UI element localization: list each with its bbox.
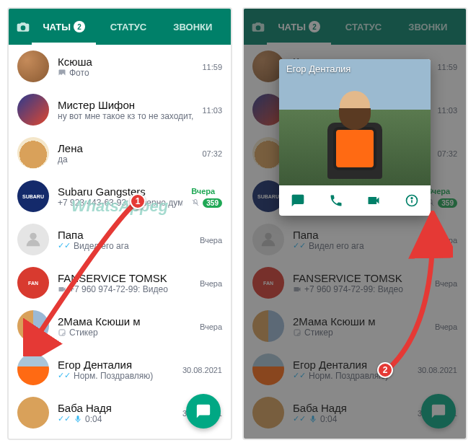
tab-status-label: СТАТУС [110,22,146,32]
chat-row[interactable]: FANFANSERVICE TOMSK+7 960 974-72-99: Вид… [9,261,231,304]
chat-preview: ✓✓Норм. Поздравляю) [58,371,174,381]
chat-preview: ✓✓0:04 [58,414,174,424]
chat-preview: +7 923 443-63-93: Наверно дума… [58,198,182,208]
new-chat-fab[interactable] [186,394,221,429]
profile-name: Егор Денталия [286,63,351,74]
tab-calls-label: ЗВОНКИ [173,22,212,32]
camera-icon[interactable] [14,18,32,35]
avatar[interactable]: FAN [17,267,49,299]
chat-row[interactable]: КсюшаФото11:59 [9,45,231,88]
chat-preview: Стикер [58,328,191,338]
chats-unread-badge: 2 [74,21,85,32]
action-info[interactable] [393,185,431,216]
profile-preview-card: Егор Денталия [279,59,431,216]
chat-list[interactable]: КсюшаФото11:59Мистер Шифонну вот мне так… [9,45,231,439]
chat-row[interactable]: SUBARUSubaru Gangsters+7 923 443-63-93: … [9,175,231,218]
app-header: ЧАТЫ 2 СТАТУС ЗВОНКИ [9,9,231,45]
tab-bar: ЧАТЫ 2 СТАТУС ЗВОНКИ [32,9,225,45]
avatar[interactable] [17,397,49,429]
chat-time: 30.08.2021 [182,366,222,374]
avatar[interactable] [17,94,49,126]
chat-preview: ✓✓Видел его ага [58,241,191,251]
chat-time: 11:59 [202,63,222,71]
chat-name: FANSERVICE TOMSK [58,272,191,284]
avatar[interactable] [17,224,49,255]
avatar[interactable] [17,137,49,169]
avatar[interactable]: SUBARU [17,180,49,212]
muted-icon [191,198,200,207]
svg-point-6 [411,198,413,199]
phone-screenshot-right: ЧАТЫ 2 СТАТУС ЗВОНКИ КсюшаФото11:59Мисте… [242,7,467,440]
annotation-badge-1: 1 [130,193,146,209]
avatar[interactable] [17,353,49,385]
annotation-badge-2: 2 [377,362,393,378]
chat-time: 07:32 [202,149,222,158]
profile-actions [279,185,431,216]
profile-preview-overlay[interactable]: Егор Денталия [244,9,466,439]
chat-time: 11:03 [202,106,222,115]
chat-name: Егор Денталия [58,359,174,371]
chat-name: Баба Надя [58,402,174,414]
chat-row[interactable]: Ленада07:32 [9,131,231,175]
chat-time: Вчера [191,187,215,196]
tab-calls[interactable]: ЗВОНКИ [161,9,225,45]
unread-badge: 359 [203,198,222,208]
svg-point-0 [30,233,36,240]
chat-name: Папа [58,229,191,241]
action-video-call[interactable] [355,185,393,216]
avatar[interactable] [17,50,49,82]
chat-row[interactable]: Мистер Шифонну вот мне такое кз то не за… [9,88,231,131]
chat-preview: ну вот мне такое кз то не заходит, мне… [58,111,193,121]
phone-screenshot-left: ЧАТЫ 2 СТАТУС ЗВОНКИ КсюшаФото11:59Мисте… [7,7,232,440]
chat-name: 2Мама Ксюши м [58,315,191,328]
chat-name: Ксюша [58,56,193,68]
chat-preview: +7 960 974-72-99: Видео [58,284,191,294]
chat-preview: да [58,154,193,164]
chat-name: Лена [58,142,193,154]
chat-row[interactable]: Папа✓✓Видел его агаВчера [9,218,231,261]
tab-chats[interactable]: ЧАТЫ 2 [32,9,96,45]
action-message[interactable] [279,185,317,216]
profile-photo[interactable]: Егор Денталия [279,59,431,185]
chat-time: Вчера [200,322,222,331]
avatar[interactable] [17,310,49,342]
chat-preview: Фото [58,68,193,78]
chat-time: Вчера [200,236,222,245]
tab-status[interactable]: СТАТУС [96,9,160,45]
person-in-photo [319,88,391,185]
action-voice-call[interactable] [317,185,356,216]
chat-row[interactable]: Егор Денталия✓✓Норм. Поздравляю)30.08.20… [9,348,231,391]
tab-chats-label: ЧАТЫ [43,22,71,32]
chat-row[interactable]: 2Мама Ксюши мСтикерВчера [9,304,231,348]
chat-name: Мистер Шифон [58,99,193,111]
chat-name: Subaru Gangsters [58,185,182,198]
svg-rect-1 [59,330,65,335]
chat-time: Вчера [200,279,222,288]
